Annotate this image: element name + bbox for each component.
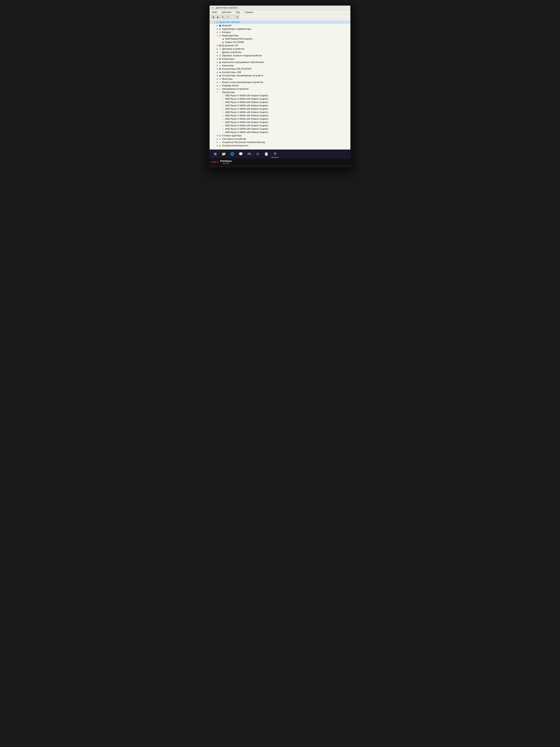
tree-item-firmware[interactable]: ▶ 💾 Встроенное ПО bbox=[210, 44, 350, 47]
tree-item-cpu11[interactable]: ◻ AMD Ryzen 5 4600H with Radeon Graphics bbox=[210, 127, 350, 131]
hid-arrow: ▶ bbox=[216, 141, 218, 144]
start-button[interactable]: ⊞ bbox=[212, 150, 219, 158]
tree-item-cpu9[interactable]: ◻ AMD Ryzen 5 4600H with Radeon Graphics bbox=[210, 121, 350, 124]
tree-item-cpu6[interactable]: ◻ AMD Ryzen 5 4600H with Radeon Graphics bbox=[210, 111, 350, 114]
audio-label: Аудиовходы и аудиовыходы bbox=[222, 28, 251, 30]
tree-item-storage[interactable]: ▶ 📦 Контроллеры запоминающих устройств bbox=[210, 74, 350, 77]
monitor-button[interactable]: 🖥 bbox=[235, 15, 239, 19]
menu-file[interactable]: Файл bbox=[211, 10, 218, 14]
cpu2-label: AMD Ryzen 5 4600H with Radeon Graphics bbox=[225, 98, 268, 100]
cpu5-arrow bbox=[219, 108, 221, 110]
cpu5-label: AMD Ryzen 5 4600H with Radeon Graphics bbox=[225, 108, 268, 110]
tree-item-security[interactable]: ▶ 🔒 Устройства безопасности bbox=[210, 144, 350, 147]
cpu6-icon: ◻ bbox=[221, 111, 224, 114]
back-button[interactable]: ◀ bbox=[211, 15, 215, 19]
rx-icon: ▣ bbox=[221, 41, 224, 44]
tree-item-audio[interactable]: ▶ 🔊 Аудиовходы и аудиовыходы bbox=[210, 27, 350, 31]
menu-view[interactable]: Вид bbox=[235, 10, 241, 14]
system-label: Системные устройства bbox=[222, 138, 246, 140]
monitor-arrow: ▶ bbox=[216, 78, 218, 80]
storage-label: Контроллеры запоминающих устройств bbox=[222, 74, 263, 77]
tree-item-cpu2[interactable]: ◻ AMD Ryzen 5 4600H with Radeon Graphics bbox=[210, 97, 350, 101]
processor-arrow: ▼ bbox=[216, 91, 218, 93]
tree-item-keyboard[interactable]: ▶ ⌨ Клавиатуры bbox=[210, 57, 350, 60]
tree-item-other[interactable]: ▶ ⚠ Другие устройства bbox=[210, 51, 350, 54]
tree-item-cpu8[interactable]: ◻ AMD Ryzen 5 4600H with Radeon Graphics bbox=[210, 117, 350, 121]
app1-button[interactable]: 📋 bbox=[263, 150, 270, 158]
keyboard-arrow: ▶ bbox=[216, 58, 218, 60]
cpu10-icon: ◻ bbox=[221, 124, 224, 127]
cpu11-arrow bbox=[219, 128, 221, 130]
tree-item-mouse[interactable]: ▶ 🖱 Мыши и иные указывающие устройства bbox=[210, 81, 350, 84]
tree-item-cpu4[interactable]: ◻ AMD Ryzen 5 4600H with Radeon Graphics bbox=[210, 104, 350, 107]
root-label: DESKTOP-C56VA05 bbox=[219, 21, 240, 24]
tree-root[interactable]: ▼ 🖥 DESKTOP-C56VA05 bbox=[210, 21, 350, 24]
tree-item-disk[interactable]: ▶ 💿 Дисковые устройства bbox=[210, 47, 350, 51]
battery-label: Батареи bbox=[222, 31, 231, 33]
amd-logo: AMD▲ bbox=[211, 161, 219, 163]
tree-item-cpu5[interactable]: ◻ AMD Ryzen 5 4600H with Radeon Graphics bbox=[210, 107, 350, 111]
cpu4-icon: ◻ bbox=[221, 104, 224, 107]
laptop-frame: 🖥 Диспетчер устройств Файл Действие Вид … bbox=[208, 4, 352, 169]
network-arrow: ▶ bbox=[216, 134, 218, 137]
tree-item-sound[interactable]: ▶ 🎵 Звуковые, игровые и видеоустройства bbox=[210, 54, 350, 57]
tree-item-hid[interactable]: ▶ 🖱 Устройства HID (Human Interface Devi… bbox=[210, 140, 350, 144]
device-tree: ▼ 🖥 DESKTOP-C56VA05 ▶ 🔵 Bluetooth ▶ 🔊 Ау… bbox=[210, 20, 350, 150]
tree-item-display[interactable]: ▼ 🖥 Видеоадаптеры bbox=[210, 34, 350, 37]
help-button[interactable]: ? bbox=[225, 15, 230, 19]
chrome-button[interactable]: 🌐 bbox=[229, 150, 236, 158]
tree-item-system[interactable]: ▶ 🖥 Системные устройства bbox=[210, 137, 350, 140]
components-label: Компоненты программного обеспечения bbox=[222, 61, 264, 63]
tree-item-monitor[interactable]: ▶ 🖥 Мониторы bbox=[210, 77, 350, 81]
tree-item-cpu7[interactable]: ◻ AMD Ryzen 5 4600H with Radeon Graphics bbox=[210, 114, 350, 117]
cpu12-icon: ◻ bbox=[221, 131, 224, 134]
settings-button[interactable]: ⚙ bbox=[254, 150, 262, 158]
tree-item-radeon-rx[interactable]: ▣ Radeon RX 5500M bbox=[210, 41, 350, 44]
tree-item-usb[interactable]: ▶ 🔌 Контроллеры USB bbox=[210, 71, 350, 74]
discord-button[interactable]: 💬 bbox=[237, 150, 244, 158]
menu-help[interactable]: Справка bbox=[244, 10, 254, 14]
keyboard-label: Клавиатуры bbox=[222, 58, 235, 60]
tree-item-cpu12[interactable]: ◻ AMD Ryzen 5 4600H with Radeon Graphics bbox=[210, 131, 350, 134]
cpu3-label: AMD Ryzen 5 4600H with Radeon Graphics bbox=[225, 101, 268, 104]
bluetooth-label: Bluetooth bbox=[222, 24, 232, 27]
bluetooth-icon: 🔵 bbox=[218, 24, 221, 27]
display-icon: 🖥 bbox=[218, 34, 221, 37]
computer2-icon: 🖥 bbox=[218, 64, 221, 67]
print-label: Очереди печати bbox=[222, 84, 239, 87]
cpu6-arrow bbox=[219, 111, 221, 113]
forward-button[interactable]: ▶ bbox=[216, 15, 220, 19]
steam-button[interactable]: 🎮 bbox=[245, 150, 253, 158]
ide-label: Контроллеры IDE ATA/ATAPI bbox=[222, 68, 251, 70]
battery-icon: 🔋 bbox=[218, 31, 221, 34]
tree-item-print[interactable]: ▶ 🖨 Очереди печати bbox=[210, 84, 350, 87]
device-manager-button[interactable]: 🖥 bbox=[271, 150, 278, 158]
tree-item-bluetooth[interactable]: ▶ 🔵 Bluetooth bbox=[210, 24, 350, 27]
tree-item-ide[interactable]: ▶ 💾 Контроллеры IDE ATA/ATAPI bbox=[210, 67, 350, 71]
tree-item-processor[interactable]: ▼ ◻ Процессоры bbox=[210, 91, 350, 94]
tree-item-computer[interactable]: ▶ 🖥 Компьютер bbox=[210, 64, 350, 67]
mouse-arrow: ▶ bbox=[216, 81, 218, 83]
cpu1-icon: ◻ bbox=[221, 94, 224, 97]
sound-label: Звуковые, игровые и видеоустройства bbox=[222, 54, 262, 57]
tree-item-network[interactable]: ▶ 🌐 Сетевые адаптеры bbox=[210, 134, 350, 137]
up-button[interactable]: 🖥 bbox=[221, 15, 225, 19]
tree-item-cpu10[interactable]: ◻ AMD Ryzen 5 4600H with Radeon Graphics bbox=[210, 124, 350, 127]
tree-item-components[interactable]: ▶ 📦 Компоненты программного обеспечения bbox=[210, 60, 350, 64]
tree-item-amd-radeon-tm[interactable]: ▣ AMD Radeon(TM) Graphics bbox=[210, 37, 350, 41]
menu-action[interactable]: Действие bbox=[221, 10, 233, 14]
tree-item-software[interactable]: ▶ ⚙ Программные устройства bbox=[210, 87, 350, 91]
cpu7-arrow bbox=[219, 114, 221, 117]
disk-label: Дисковые устройства bbox=[222, 48, 244, 50]
security-label: Устройства безопасности bbox=[222, 144, 248, 147]
properties-button[interactable]: 📄 bbox=[230, 15, 235, 19]
cpu3-arrow bbox=[219, 101, 221, 103]
tree-item-cpu1[interactable]: ◻ AMD Ryzen 5 4600H with Radeon Graphics bbox=[210, 94, 350, 97]
audio-arrow: ▶ bbox=[216, 28, 218, 30]
file-explorer-button[interactable]: 📁 bbox=[220, 150, 228, 158]
display-label: Видеоадаптеры bbox=[222, 34, 239, 37]
tree-item-cpu3[interactable]: ◻ AMD Ryzen 5 4600H with Radeon Graphics bbox=[210, 101, 350, 104]
system-icon: 🖥 bbox=[218, 137, 221, 140]
tree-item-battery[interactable]: ▶ 🔋 Батареи bbox=[210, 31, 350, 34]
bluetooth-arrow: ▶ bbox=[216, 24, 218, 27]
